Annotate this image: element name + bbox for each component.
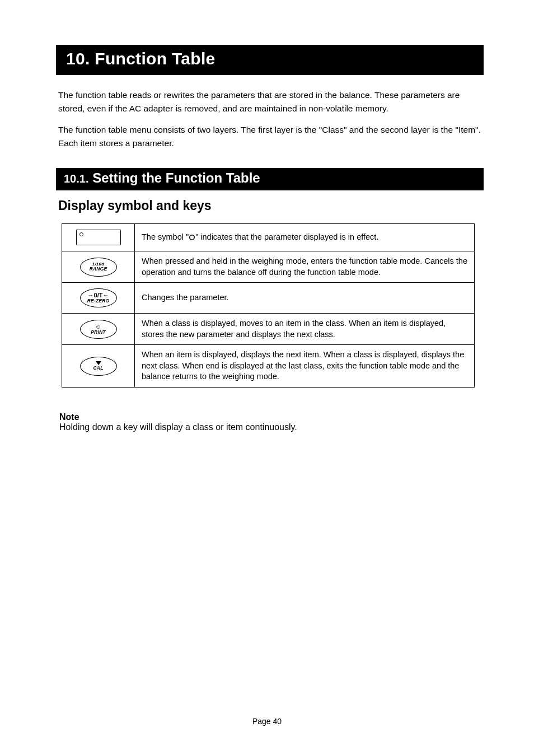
- table-row: →0/T← RE-ZERO Changes the parameter.: [62, 283, 475, 314]
- table-row: CAL When an item is displayed, displays …: [62, 345, 475, 388]
- print-key-desc: When a class is displayed, moves to an i…: [135, 314, 475, 345]
- chapter-intro: The function table reads or rewrites the…: [56, 75, 484, 164]
- note-block: Note Holding down a key will display a c…: [56, 388, 484, 432]
- intro-paragraph-1: The function table reads or rewrites the…: [58, 88, 481, 115]
- display-box-icon: [76, 230, 121, 245]
- range-key-desc: When pressed and held in the weighing mo…: [135, 251, 475, 283]
- display-symbol-cell: [62, 224, 135, 251]
- section-number: 10.1.: [64, 172, 88, 185]
- page-footer: Page 40: [0, 717, 534, 726]
- print-key-icon: ☺ PRINT: [80, 320, 117, 339]
- chapter-number: 10.: [66, 49, 90, 68]
- note-text: Holding down a key will display a class …: [59, 422, 481, 432]
- rezero-key-icon: →0/T← RE-ZERO: [80, 288, 117, 307]
- symbol-keys-table: The symbol "" indicates that the paramet…: [62, 223, 475, 388]
- display-symbol-desc: The symbol "" indicates that the paramet…: [135, 224, 475, 251]
- subheading: Display symbol and keys: [56, 190, 484, 220]
- cal-key-desc: When an item is displayed, displays the …: [135, 345, 475, 388]
- intro-paragraph-2: The function table menu consists of two …: [58, 123, 481, 150]
- svg-point-0: [190, 235, 194, 240]
- section-heading: 10.1. Setting the Function Table: [56, 168, 484, 190]
- chapter-heading: 10. Function Table: [56, 45, 484, 75]
- table-row: ☺ PRINT When a class is displayed, moves…: [62, 314, 475, 345]
- triangle-down-icon: [96, 361, 101, 365]
- table-row: The symbol "" indicates that the paramet…: [62, 224, 475, 251]
- note-label: Note: [59, 412, 481, 422]
- chapter-title: Function Table: [95, 49, 215, 68]
- section-title: Setting the Function Table: [92, 170, 260, 185]
- cal-key-icon: CAL: [80, 357, 117, 376]
- table-row: 1/10d RANGE When pressed and held in the…: [62, 251, 475, 283]
- rezero-key-desc: Changes the parameter.: [135, 283, 475, 314]
- range-key-icon: 1/10d RANGE: [80, 258, 117, 277]
